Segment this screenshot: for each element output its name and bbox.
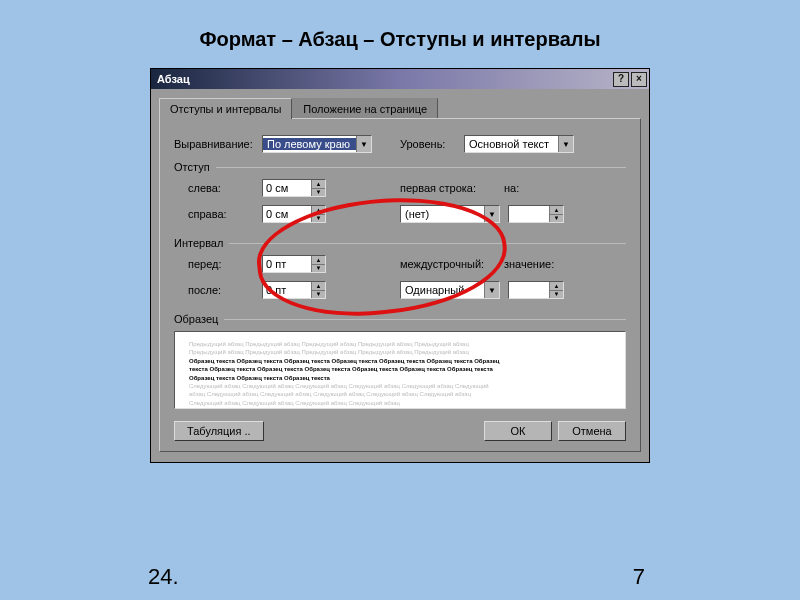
firstline-label: первая строка:: [400, 182, 500, 194]
chevron-down-icon[interactable]: ▼: [356, 136, 371, 152]
after-value: 0 пт: [263, 284, 311, 296]
spacing-header: Интервал: [174, 237, 626, 249]
tab-position[interactable]: Положение на странице: [292, 98, 438, 119]
indent-left-spinner[interactable]: 0 см ▲▼: [262, 179, 326, 197]
indent-left-label: слева:: [174, 182, 258, 194]
close-button[interactable]: ×: [631, 72, 647, 87]
spin-up-icon[interactable]: ▲: [311, 256, 325, 264]
slide-footer-left: 24.: [148, 564, 179, 590]
at-label: значение:: [504, 258, 564, 270]
firstline-value: (нет): [401, 208, 484, 220]
level-combo[interactable]: Основной текст ▼: [464, 135, 574, 153]
spin-up-icon[interactable]: ▲: [311, 206, 325, 214]
before-spinner[interactable]: 0 пт ▲▼: [262, 255, 326, 273]
tabs-button[interactable]: Табуляция ..: [174, 421, 264, 441]
slide-number: 7: [633, 564, 645, 590]
slide-title: Формат – Абзац – Отступы и интервалы: [0, 0, 800, 65]
indent-left-value: 0 см: [263, 182, 311, 194]
spin-down-icon[interactable]: ▼: [311, 290, 325, 299]
titlebar-text: Абзац: [157, 73, 611, 85]
indent-right-value: 0 см: [263, 208, 311, 220]
preview-header: Образец: [174, 313, 626, 325]
spin-down-icon[interactable]: ▼: [549, 214, 563, 223]
line-spacing-combo[interactable]: Одинарный ▼: [400, 281, 500, 299]
tab-content: Выравнивание: По левому краю ▼ Уровень: …: [159, 118, 641, 452]
indent-right-spinner[interactable]: 0 см ▲▼: [262, 205, 326, 223]
spin-up-icon[interactable]: ▲: [311, 282, 325, 290]
dialog-body: Отступы и интервалы Положение на страниц…: [151, 89, 649, 462]
by-spinner[interactable]: ▲▼: [508, 205, 564, 223]
at-spinner[interactable]: ▲▼: [508, 281, 564, 299]
after-spinner[interactable]: 0 пт ▲▼: [262, 281, 326, 299]
alignment-value: По левому краю: [263, 138, 356, 150]
spin-up-icon[interactable]: ▲: [549, 282, 563, 290]
spin-down-icon[interactable]: ▼: [311, 264, 325, 273]
after-label: после:: [174, 284, 258, 296]
spin-up-icon[interactable]: ▲: [311, 180, 325, 188]
indentation-header: Отступ: [174, 161, 626, 173]
firstline-combo[interactable]: (нет) ▼: [400, 205, 500, 223]
level-value: Основной текст: [465, 138, 558, 150]
spin-down-icon[interactable]: ▼: [311, 188, 325, 197]
spin-down-icon[interactable]: ▼: [311, 214, 325, 223]
help-button[interactable]: ?: [613, 72, 629, 87]
spin-down-icon[interactable]: ▼: [549, 290, 563, 299]
by-label: на:: [504, 182, 544, 194]
chevron-down-icon[interactable]: ▼: [558, 136, 573, 152]
alignment-label: Выравнивание:: [174, 138, 258, 150]
spin-up-icon[interactable]: ▲: [549, 206, 563, 214]
chevron-down-icon[interactable]: ▼: [484, 206, 499, 222]
alignment-combo[interactable]: По левому краю ▼: [262, 135, 372, 153]
preview-box: Предыдущий абзац Предыдущий абзац Предыд…: [174, 331, 626, 409]
ok-button[interactable]: ОК: [484, 421, 552, 441]
cancel-button[interactable]: Отмена: [558, 421, 626, 441]
level-label: Уровень:: [400, 138, 460, 150]
line-spacing-label: междустрочный:: [400, 258, 500, 270]
indent-right-label: справа:: [174, 208, 258, 220]
line-spacing-value: Одинарный: [401, 284, 484, 296]
titlebar[interactable]: Абзац ? ×: [151, 69, 649, 89]
tab-strip: Отступы и интервалы Положение на страниц…: [159, 97, 641, 118]
chevron-down-icon[interactable]: ▼: [484, 282, 499, 298]
before-value: 0 пт: [263, 258, 311, 270]
before-label: перед:: [174, 258, 258, 270]
tab-indents[interactable]: Отступы и интервалы: [159, 98, 292, 119]
paragraph-dialog: Абзац ? × Отступы и интервалы Положение …: [150, 68, 650, 463]
